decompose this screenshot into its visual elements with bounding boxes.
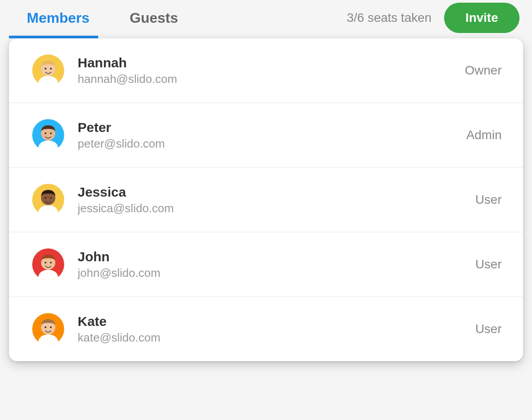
avatar	[32, 54, 64, 86]
member-name: Peter	[78, 120, 466, 135]
header-bar: Members Guests 3/6 seats taken Invite	[0, 0, 532, 36]
member-row[interactable]: Peterpeter@slido.comAdmin	[9, 103, 523, 168]
avatar	[32, 313, 64, 345]
avatar	[32, 119, 64, 151]
member-role[interactable]: User	[475, 257, 502, 272]
members-card: Hannahhannah@slido.comOwner Peterpeter@s…	[9, 38, 523, 361]
member-name: Jessica	[78, 185, 475, 200]
tab-guests[interactable]: Guests	[130, 1, 178, 35]
svg-point-23	[45, 326, 46, 328]
svg-point-8	[45, 132, 46, 134]
member-email: jessica@slido.com	[78, 202, 475, 215]
member-name: Hannah	[78, 55, 465, 70]
member-name: John	[78, 249, 475, 264]
svg-point-18	[45, 262, 46, 264]
member-name: Kate	[78, 314, 475, 329]
member-info: Hannahhannah@slido.com	[78, 55, 465, 86]
svg-point-13	[45, 197, 46, 199]
member-role[interactable]: User	[475, 322, 502, 336]
invite-button[interactable]: Invite	[444, 3, 520, 33]
svg-point-4	[50, 68, 52, 70]
member-email: john@slido.com	[78, 266, 475, 280]
svg-point-9	[50, 132, 52, 134]
member-info: Jessicajessica@slido.com	[78, 185, 475, 215]
avatar	[32, 184, 64, 216]
avatar	[32, 248, 64, 280]
seats-status: 3/6 seats taken	[347, 11, 432, 25]
member-role[interactable]: Admin	[466, 128, 502, 142]
svg-point-24	[50, 326, 52, 328]
member-row[interactable]: Jessicajessica@slido.comUser	[9, 168, 523, 232]
member-row[interactable]: Katekate@slido.comUser	[9, 297, 523, 361]
member-row[interactable]: Johnjohn@slido.comUser	[9, 232, 523, 297]
member-role[interactable]: User	[475, 193, 502, 207]
member-email: kate@slido.com	[78, 331, 475, 345]
tabs: Members Guests	[27, 1, 178, 35]
member-role[interactable]: Owner	[465, 63, 502, 78]
svg-point-19	[50, 262, 52, 264]
member-email: hannah@slido.com	[78, 72, 465, 86]
member-info: Peterpeter@slido.com	[78, 120, 466, 151]
member-row[interactable]: Hannahhannah@slido.comOwner	[9, 38, 523, 103]
member-info: Katekate@slido.com	[78, 314, 475, 345]
tab-members[interactable]: Members	[27, 1, 90, 35]
member-email: peter@slido.com	[78, 137, 466, 151]
svg-point-14	[50, 197, 52, 199]
svg-point-3	[45, 68, 46, 70]
member-info: Johnjohn@slido.com	[78, 249, 475, 280]
